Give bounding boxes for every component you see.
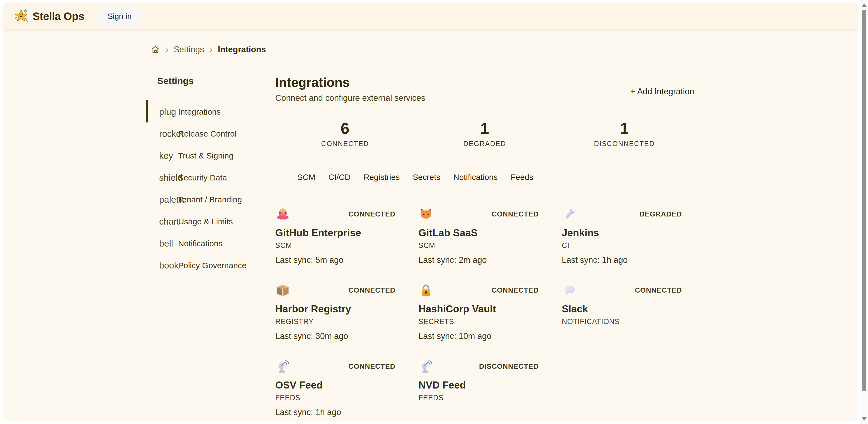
status-badge: DISCONNECTED (479, 362, 539, 371)
fox-icon (418, 207, 434, 222)
sidebar-item-label: Usage & Limits (178, 217, 233, 226)
integration-last-sync (418, 407, 551, 417)
chart-icon: chart (159, 217, 179, 227)
tab-registries[interactable]: Registries (364, 172, 400, 182)
integration-type: FEEDS (275, 394, 408, 402)
page-subtitle: Connect and configure external services (275, 93, 425, 103)
integration-type: CI (562, 241, 694, 250)
book-icon: book (159, 260, 179, 271)
sidebar-item-release-control[interactable]: rocket Release Control (146, 123, 268, 145)
tab-feeds[interactable]: Feeds (510, 172, 533, 182)
satellite-icon (275, 359, 290, 374)
stat-value: 6 (275, 120, 415, 137)
stat-value: 1 (555, 120, 694, 137)
status-badge: CONNECTED (492, 286, 539, 294)
satellite-icon (418, 359, 434, 374)
star-mascot-logo-icon (14, 9, 28, 24)
app-logo: Stella Ops (14, 9, 84, 24)
sidebar-item-usage-limits[interactable]: chart Usage & Limits (146, 210, 268, 232)
integration-name: OSV Feed (275, 380, 408, 391)
scrollbar-down-arrow-icon[interactable] (862, 417, 867, 421)
status-badge: DEGRADED (640, 210, 682, 218)
octopus-icon (275, 207, 290, 222)
stat-label: DISCONNECTED (555, 140, 694, 148)
integration-type: SCM (275, 241, 408, 250)
integration-card-hashicorp-vault[interactable]: CONNECTED HashiCorp Vault SECRETS Last s… (418, 283, 551, 341)
integration-last-sync: Last sync: 1h ago (562, 255, 694, 265)
integration-last-sync: Last sync: 30m ago (275, 331, 408, 341)
sign-in-button[interactable]: Sign in (99, 8, 140, 25)
app-container: Stella Ops Sign in › Settings › Integrat… (3, 3, 858, 421)
integration-name: Harbor Registry (275, 303, 408, 315)
body-row: Settings plug Integrations rocket Releas… (3, 75, 858, 417)
integration-name: NVD Feed (418, 380, 551, 391)
sidebar-item-tenant-branding[interactable]: palette Tenant / Branding (146, 189, 268, 210)
tab-scm[interactable]: SCM (297, 172, 315, 182)
scrollbar-up-arrow-icon[interactable] (862, 3, 867, 7)
settings-sidebar: Settings plug Integrations rocket Releas… (146, 75, 268, 417)
status-badge: CONNECTED (635, 286, 682, 294)
integration-type: SECRETS (418, 318, 551, 326)
breadcrumb: › Settings › Integrations (151, 44, 858, 55)
integration-card-gitlab-saas[interactable]: CONNECTED GitLab SaaS SCM Last sync: 2m … (418, 207, 551, 265)
breadcrumb-settings[interactable]: Settings (174, 45, 204, 55)
home-icon[interactable] (151, 45, 160, 54)
integration-name: Jenkins (562, 227, 694, 239)
sidebar-title: Settings (157, 75, 268, 86)
tab-notifications[interactable]: Notifications (454, 172, 498, 182)
integration-card-harbor-registry[interactable]: CONNECTED Harbor Registry REGISTRY Last … (275, 283, 408, 341)
integration-name: GitLab SaaS (418, 227, 551, 239)
integration-type: REGISTRY (275, 318, 408, 326)
breadcrumb-separator: › (165, 44, 168, 55)
sidebar-item-label: Tenant / Branding (178, 195, 242, 204)
status-badge: CONNECTED (348, 286, 396, 294)
sidebar-item-label: Trust & Signing (178, 151, 234, 160)
integration-name: Slack (562, 303, 694, 315)
stat-degraded: 1 DEGRADED (415, 120, 555, 148)
category-tabs: All SCM CI/CD Registries Secrets Notific… (275, 172, 694, 182)
main-header: Integrations Connect and configure exter… (275, 75, 694, 103)
integration-type: NOTIFICATIONS (562, 318, 694, 326)
sidebar-item-label: Integrations (178, 107, 221, 117)
status-summary: 6 CONNECTED 1 DEGRADED 1 DISCONNECTED (275, 120, 694, 148)
integration-name: HashiCorp Vault (418, 303, 551, 315)
add-integration-button[interactable]: + Add Integration (630, 80, 694, 103)
integration-card-slack[interactable]: CONNECTED Slack NOTIFICATIONS (562, 283, 694, 341)
integration-card-osv-feed[interactable]: CONNECTED OSV Feed FEEDS Last sync: 1h a… (275, 359, 408, 417)
tab-secrets[interactable]: Secrets (413, 172, 440, 182)
package-icon (275, 283, 290, 298)
stat-label: CONNECTED (275, 140, 415, 148)
breadcrumb-separator: › (210, 44, 213, 55)
key-icon: key (159, 151, 173, 161)
stat-label: DEGRADED (415, 140, 555, 148)
tab-all[interactable]: All (275, 172, 284, 182)
vertical-scrollbar (860, 0, 868, 424)
tab-cicd[interactable]: CI/CD (329, 172, 351, 182)
integration-card-github-enterprise[interactable]: CONNECTED GitHub Enterprise SCM Last syn… (275, 207, 408, 265)
status-badge: CONNECTED (492, 210, 539, 218)
integration-last-sync: Last sync: 10m ago (418, 331, 551, 341)
integration-card-nvd-feed[interactable]: DISCONNECTED NVD Feed FEEDS (418, 359, 551, 417)
status-badge: CONNECTED (348, 362, 396, 371)
sidebar-item-notifications[interactable]: bell Notifications (146, 232, 268, 254)
integration-type: SCM (418, 241, 551, 250)
sidebar-item-label: Policy Governance (178, 261, 247, 270)
sidebar-item-label: Release Control (178, 129, 237, 138)
wrench-icon (562, 207, 577, 222)
plug-icon: plug (159, 107, 176, 117)
sidebar-item-label: Security Data (178, 173, 227, 182)
integration-last-sync: Last sync: 5m ago (275, 255, 408, 265)
sidebar-item-label: Notifications (178, 239, 222, 248)
app-name: Stella Ops (33, 10, 84, 23)
sidebar-item-security-data[interactable]: shield Security Data (146, 167, 268, 189)
scrollbar-thumb[interactable] (862, 10, 866, 391)
status-badge: CONNECTED (348, 210, 396, 218)
sidebar-item-trust-signing[interactable]: key Trust & Signing (146, 145, 268, 167)
sidebar-item-policy-governance[interactable]: book Policy Governance (146, 254, 268, 276)
stat-connected: 6 CONNECTED (275, 120, 415, 148)
integration-grid: CONNECTED GitHub Enterprise SCM Last syn… (275, 207, 694, 417)
integration-card-jenkins[interactable]: DEGRADED Jenkins CI Last sync: 1h ago (562, 207, 694, 265)
integration-last-sync (562, 331, 694, 341)
sidebar-item-integrations[interactable]: plug Integrations (146, 101, 268, 123)
stat-disconnected: 1 DISCONNECTED (555, 120, 694, 148)
